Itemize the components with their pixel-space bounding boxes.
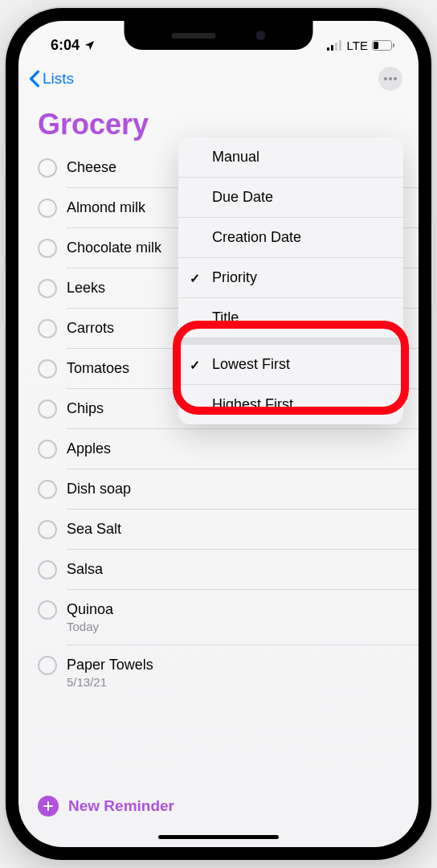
reminder-complete-circle[interactable] — [38, 656, 57, 675]
status-time: 6:04 — [51, 37, 80, 54]
reminder-content: QuinoaToday — [67, 601, 419, 633]
cellular-signal-icon — [327, 40, 343, 51]
reminder-complete-circle[interactable] — [38, 279, 57, 298]
reminder-title: Paper Towels — [67, 657, 419, 674]
reminder-complete-circle[interactable] — [38, 319, 57, 338]
sort-menu-item[interactable]: Highest First — [178, 385, 403, 424]
reminder-complete-circle[interactable] — [38, 239, 57, 258]
phone-frame: 6:04 LTE Lists — [6, 8, 431, 860]
new-reminder-button[interactable]: New Reminder — [38, 796, 174, 817]
reminder-title: Quinoa — [67, 601, 419, 618]
svg-rect-3 — [339, 40, 341, 51]
sort-context-menu: ManualDue DateCreation Date✓PriorityTitl… — [178, 137, 403, 424]
svg-rect-5 — [374, 42, 378, 49]
reminder-content: Dish soap — [67, 481, 419, 497]
back-button[interactable]: Lists — [28, 70, 74, 88]
chevron-left-icon — [28, 70, 41, 88]
volume-down-button — [2, 269, 6, 326]
reminder-title: Apples — [67, 440, 419, 457]
ellipsis-icon — [383, 77, 398, 80]
reminder-complete-circle[interactable] — [38, 399, 57, 419]
reminder-complete-circle[interactable] — [38, 600, 57, 620]
sort-menu-item[interactable]: Due Date — [178, 178, 403, 218]
reminder-subtitle: Today — [67, 620, 419, 633]
reminder-subtitle: 5/13/21 — [67, 675, 419, 689]
reminder-complete-circle[interactable] — [38, 560, 57, 579]
back-label: Lists — [43, 70, 74, 88]
menu-item-label: Manual — [212, 149, 259, 166]
reminder-complete-circle[interactable] — [38, 199, 57, 218]
menu-divider — [178, 338, 403, 345]
reminder-item[interactable]: Dish soap — [67, 469, 419, 510]
volume-up-button — [2, 201, 6, 257]
checkmark-icon: ✓ — [190, 270, 200, 285]
home-indicator[interactable] — [158, 835, 279, 839]
checkmark-icon: ✓ — [190, 357, 200, 372]
reminder-title: Salsa — [67, 561, 419, 578]
mute-switch — [2, 145, 6, 175]
reminder-item[interactable]: QuinoaToday — [67, 590, 419, 645]
network-type: LTE — [347, 39, 368, 52]
notch — [125, 21, 313, 50]
menu-item-label: Due Date — [212, 189, 273, 206]
reminder-content: Paper Towels5/13/21 — [67, 657, 419, 689]
reminder-complete-circle[interactable] — [38, 440, 57, 459]
sort-menu-item[interactable]: ✓Lowest First — [178, 345, 403, 385]
power-button — [431, 221, 435, 305]
reminder-title: Dish soap — [67, 481, 419, 497]
navigation-bar: Lists — [18, 59, 419, 98]
menu-item-label: Lowest First — [212, 356, 290, 373]
reminder-item[interactable]: Sea Salt — [67, 510, 419, 550]
svg-rect-0 — [327, 47, 329, 51]
more-options-button[interactable] — [378, 67, 402, 91]
sort-menu-item[interactable]: Title — [178, 298, 403, 338]
menu-item-label: Highest First — [212, 396, 293, 413]
svg-rect-2 — [335, 43, 337, 51]
reminder-complete-circle[interactable] — [38, 520, 57, 539]
svg-point-9 — [394, 77, 397, 80]
new-reminder-label: New Reminder — [68, 797, 174, 815]
sort-menu-item[interactable]: ✓Priority — [178, 258, 403, 298]
screen: 6:04 LTE Lists — [18, 21, 419, 847]
reminder-item[interactable]: Paper Towels5/13/21 — [67, 645, 419, 700]
reminder-complete-circle[interactable] — [38, 480, 57, 499]
reminder-content: Sea Salt — [67, 521, 419, 538]
reminder-content: Apples — [67, 440, 419, 457]
menu-item-label: Title — [212, 309, 239, 326]
sort-menu-item[interactable]: Manual — [178, 137, 403, 178]
reminder-complete-circle[interactable] — [38, 359, 57, 379]
svg-point-8 — [389, 77, 392, 80]
menu-item-label: Creation Date — [212, 229, 301, 246]
menu-item-label: Priority — [212, 269, 257, 286]
reminder-item[interactable]: Apples — [67, 429, 419, 469]
reminder-complete-circle[interactable] — [38, 158, 57, 178]
svg-rect-1 — [331, 45, 333, 51]
svg-rect-6 — [393, 43, 394, 47]
sort-menu-item[interactable]: Creation Date — [178, 218, 403, 258]
battery-icon — [372, 40, 394, 51]
svg-point-7 — [384, 77, 387, 80]
reminder-item[interactable]: Salsa — [67, 550, 419, 590]
reminder-content: Salsa — [67, 561, 419, 578]
svg-rect-11 — [43, 805, 53, 807]
plus-circle-icon — [38, 796, 59, 817]
reminder-title: Sea Salt — [67, 521, 419, 538]
location-icon — [84, 39, 96, 51]
